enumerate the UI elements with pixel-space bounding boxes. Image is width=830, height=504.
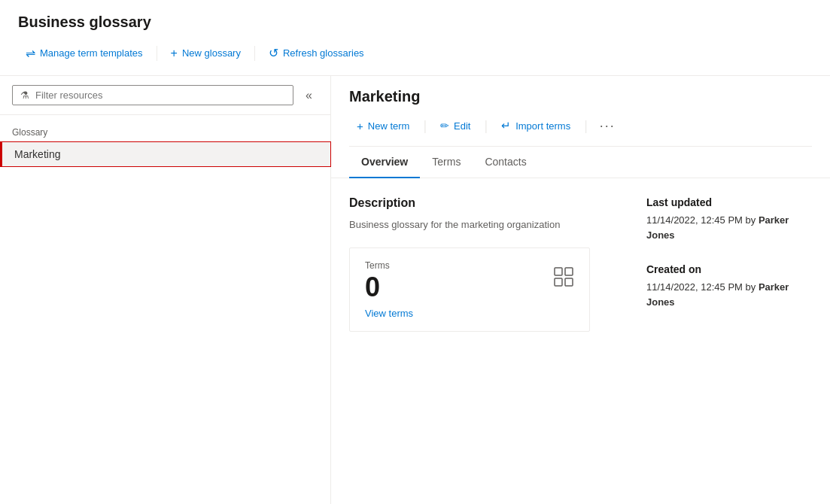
tab-contacts-label: Contacts	[485, 156, 526, 168]
filter-bar: ⚗ «	[0, 76, 330, 115]
created-on-value: 11/14/2022, 12:45 PM by ParkerJones	[646, 280, 812, 309]
new-glossary-label: New glossary	[182, 47, 241, 59]
content-title: Marketing	[349, 88, 812, 105]
import-terms-button[interactable]: ↵ Import terms	[494, 114, 578, 137]
toolbar-separator-2	[254, 46, 255, 61]
manage-icon: ⇌	[26, 46, 35, 60]
content-panel: Marketing + New term | ✏ Edit | ↵ Import…	[331, 76, 830, 504]
created-on-block: Created on 11/14/2022, 12:45 PM by Parke…	[646, 263, 812, 309]
main-layout: ⚗ « Glossary Marketing Marketing + New t…	[0, 76, 830, 504]
description-text: Business glossary for the marketing orga…	[349, 217, 610, 232]
filter-icon: ⚗	[20, 90, 29, 101]
last-updated-block: Last updated 11/14/2022, 12:45 PM by Par…	[646, 196, 812, 242]
collapse-sidebar-button[interactable]: «	[299, 86, 318, 105]
terms-card: Terms 0 View terms	[349, 247, 590, 332]
action-separator-1: |	[423, 118, 427, 134]
new-term-label: New term	[368, 120, 410, 132]
terms-card-count: 0	[365, 274, 413, 301]
description-title: Description	[349, 196, 610, 210]
svg-rect-1	[565, 268, 573, 275]
sidebar: ⚗ « Glossary Marketing	[0, 76, 331, 504]
content-toolbar: + New term | ✏ Edit | ↵ Import terms | ·…	[349, 114, 812, 147]
overview-content: Description Business glossary for the ma…	[331, 178, 830, 504]
refresh-icon: ↺	[269, 46, 278, 60]
page-title: Business glossary	[18, 14, 812, 31]
terms-card-label: Terms	[365, 260, 413, 271]
tab-terms[interactable]: Terms	[420, 147, 473, 178]
svg-rect-2	[555, 278, 562, 286]
meta-section: Last updated 11/14/2022, 12:45 PM by Par…	[646, 196, 812, 494]
edit-label: Edit	[454, 120, 470, 132]
view-terms-link[interactable]: View terms	[365, 308, 413, 319]
plus-icon: +	[171, 47, 178, 60]
new-term-plus-icon: +	[357, 120, 363, 132]
sidebar-item-label: Marketing	[14, 148, 60, 160]
svg-rect-3	[565, 278, 573, 286]
sidebar-section-label: Glossary	[0, 115, 330, 142]
tab-overview-label: Overview	[361, 156, 408, 168]
action-separator-2: |	[484, 118, 488, 134]
svg-rect-0	[555, 268, 562, 275]
main-toolbar: ⇌ Manage term templates + New glossary ↺…	[18, 41, 812, 65]
manage-label: Manage term templates	[40, 47, 143, 59]
action-separator-3: |	[584, 118, 588, 134]
refresh-glossaries-button[interactable]: ↺ Refresh glossaries	[261, 41, 372, 65]
terms-card-left: Terms 0 View terms	[365, 260, 413, 319]
page-header: Business glossary ⇌ Manage term template…	[0, 0, 830, 76]
created-on-label: Created on	[646, 263, 812, 275]
last-updated-label: Last updated	[646, 196, 812, 208]
new-term-button[interactable]: + New term	[349, 115, 417, 137]
description-section: Description Business glossary for the ma…	[349, 196, 610, 494]
more-actions-button[interactable]: ···	[594, 115, 622, 137]
last-updated-value: 11/14/2022, 12:45 PM by ParkerJones	[646, 213, 812, 242]
more-icon: ···	[600, 118, 616, 133]
edit-button[interactable]: ✏ Edit	[433, 115, 478, 136]
import-terms-label: Import terms	[515, 120, 570, 132]
manage-term-templates-button[interactable]: ⇌ Manage term templates	[18, 41, 150, 65]
collapse-icon: «	[306, 89, 312, 102]
sidebar-item-marketing[interactable]: Marketing	[0, 142, 330, 166]
filter-input-wrap[interactable]: ⚗	[12, 85, 293, 105]
toolbar-separator-1	[157, 46, 157, 61]
filter-resources-input[interactable]	[35, 90, 285, 101]
content-header: Marketing + New term | ✏ Edit | ↵ Import…	[331, 76, 830, 147]
edit-icon: ✏	[440, 120, 449, 132]
tab-contacts[interactable]: Contacts	[473, 147, 538, 178]
refresh-label: Refresh glossaries	[283, 47, 364, 59]
tab-bar: Overview Terms Contacts	[331, 147, 830, 178]
grid-icon	[553, 266, 574, 293]
new-glossary-button[interactable]: + New glossary	[163, 42, 248, 65]
tab-overview[interactable]: Overview	[349, 147, 420, 178]
tab-terms-label: Terms	[432, 156, 461, 168]
import-icon: ↵	[501, 119, 511, 132]
